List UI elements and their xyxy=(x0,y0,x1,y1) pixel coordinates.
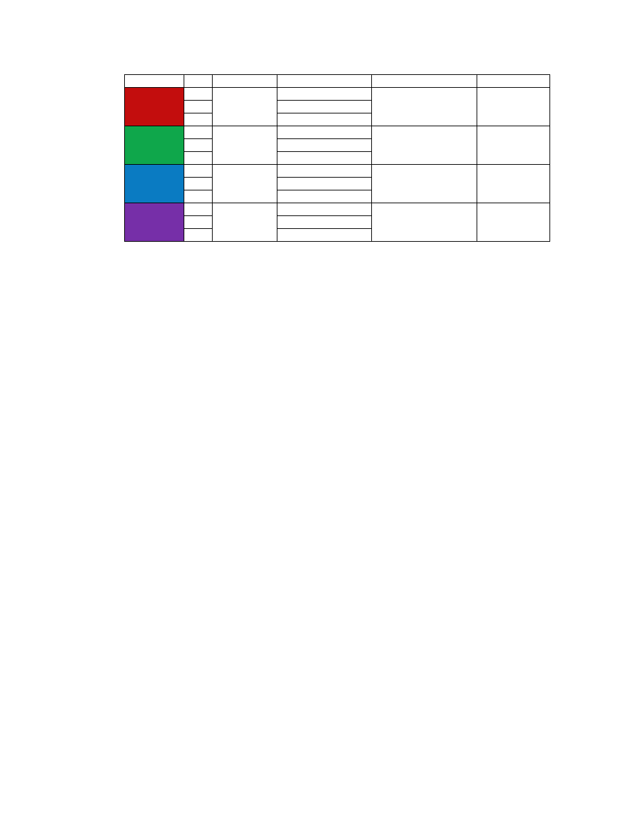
table-row xyxy=(125,165,550,178)
color-swatch xyxy=(125,203,184,241)
table-cell xyxy=(184,165,213,178)
table-cell xyxy=(372,203,477,242)
table-header-row xyxy=(125,75,550,88)
table-cell xyxy=(372,88,477,126)
table-cell xyxy=(184,139,213,152)
table-cell xyxy=(277,229,372,242)
color-swatch xyxy=(125,165,184,203)
color-swatch-cell xyxy=(125,88,184,126)
table-cell xyxy=(277,216,372,229)
table-cell xyxy=(184,229,213,242)
table-header-cell xyxy=(213,75,277,88)
table-cell xyxy=(184,101,213,113)
table-cell xyxy=(277,139,372,152)
table-cell xyxy=(213,203,277,242)
table-cell xyxy=(213,165,277,203)
table-header-cell xyxy=(477,75,550,88)
data-table xyxy=(124,74,550,242)
color-swatch-cell xyxy=(125,203,184,242)
table-cell xyxy=(477,88,550,126)
table-header-cell xyxy=(184,75,213,88)
table-header-cell xyxy=(125,75,184,88)
table-cell xyxy=(477,203,550,242)
color-swatch-cell xyxy=(125,126,184,165)
table-cell xyxy=(184,113,213,126)
table-cell xyxy=(277,152,372,165)
table-cell xyxy=(213,88,277,126)
table-cell xyxy=(184,152,213,165)
color-swatch-cell xyxy=(125,165,184,203)
table-cell xyxy=(184,216,213,229)
table-cell xyxy=(184,178,213,190)
table-header-cell xyxy=(372,75,477,88)
table-cell xyxy=(277,203,372,216)
table-cell xyxy=(184,88,213,101)
table-cell xyxy=(277,178,372,190)
table-cell xyxy=(477,126,550,165)
table-header-cell xyxy=(277,75,372,88)
table-row xyxy=(125,88,550,101)
color-swatch xyxy=(125,126,184,164)
table-row xyxy=(125,203,550,216)
table-cell xyxy=(277,113,372,126)
table-cell xyxy=(184,190,213,203)
table-cell xyxy=(372,126,477,165)
table-row xyxy=(125,126,550,139)
table-cell xyxy=(184,203,213,216)
table-cell xyxy=(277,88,372,101)
table-cell xyxy=(277,126,372,139)
table-cell xyxy=(477,165,550,203)
table-cell xyxy=(213,126,277,165)
table-cell xyxy=(372,165,477,203)
table-cell xyxy=(277,190,372,203)
table-cell xyxy=(277,165,372,178)
table-cell xyxy=(277,101,372,113)
color-swatch xyxy=(125,88,184,126)
table-cell xyxy=(184,126,213,139)
